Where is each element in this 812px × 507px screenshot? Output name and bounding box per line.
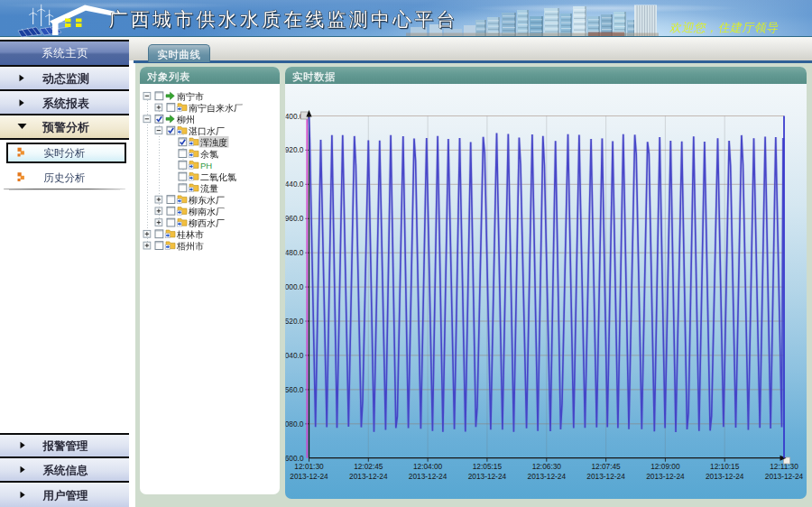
- svg-text:12:10:15: 12:10:15: [710, 462, 740, 471]
- svg-text:12:07:45: 12:07:45: [591, 462, 621, 471]
- svg-text:4440.0: 4440.0: [281, 180, 304, 189]
- svg-text:12:01:30: 12:01:30: [294, 462, 324, 471]
- svg-text:2013-12-24: 2013-12-24: [349, 472, 388, 481]
- svg-text:1080.0: 1080.0: [281, 419, 304, 429]
- svg-text:5400.0: 5400.0: [281, 112, 304, 121]
- svg-text:12:02:45: 12:02:45: [354, 462, 383, 471]
- svg-text:3480.0: 3480.0: [281, 248, 304, 257]
- svg-text:12:05:15: 12:05:15: [473, 462, 503, 471]
- svg-text:1560.0: 1560.0: [281, 385, 304, 394]
- svg-text:2013-12-24: 2013-12-24: [765, 472, 804, 481]
- svg-text:4920.0: 4920.0: [281, 145, 304, 154]
- svg-text:2013-12-24: 2013-12-24: [706, 472, 744, 481]
- svg-text:2013-12-24: 2013-12-24: [409, 472, 448, 481]
- svg-text:12:04:00: 12:04:00: [413, 462, 443, 471]
- svg-text:2040.0: 2040.0: [281, 351, 304, 360]
- svg-text:2013-12-24: 2013-12-24: [646, 472, 685, 481]
- svg-text:2520.0: 2520.0: [281, 317, 304, 326]
- svg-text:12:09:00: 12:09:00: [651, 462, 680, 471]
- svg-text:2013-12-24: 2013-12-24: [468, 472, 507, 481]
- svg-text:3000.0: 3000.0: [281, 282, 304, 291]
- svg-text:2013-12-24: 2013-12-24: [528, 472, 567, 481]
- svg-text:3960.0: 3960.0: [281, 214, 304, 223]
- svg-text:12:06:30: 12:06:30: [532, 462, 562, 471]
- svg-text:PH: PH: [200, 161, 212, 171]
- svg-text:2013-12-24: 2013-12-24: [290, 472, 328, 481]
- svg-text:2013-12-24: 2013-12-24: [586, 472, 625, 481]
